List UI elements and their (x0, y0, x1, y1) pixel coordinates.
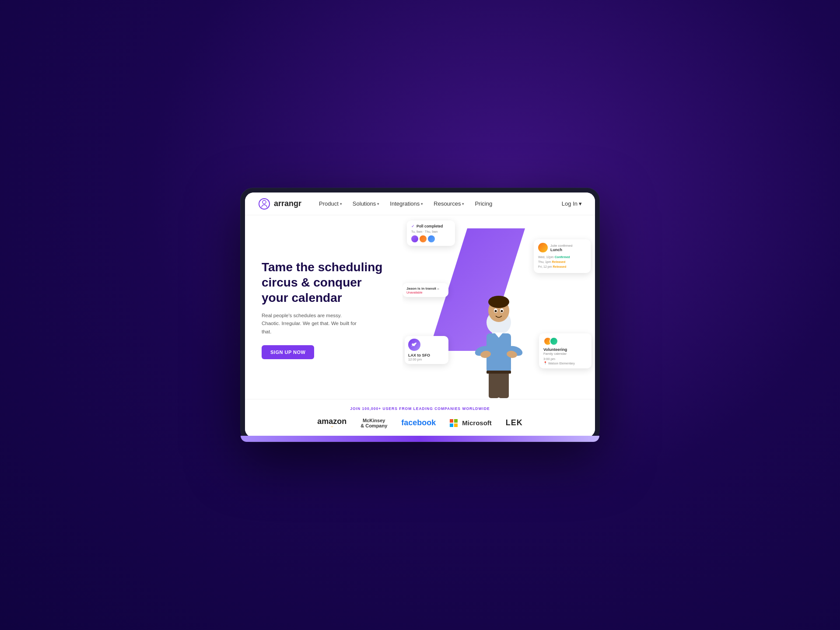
tablet-screen: arrangr Product ▾ Solutions ▾ Integratio… (245, 192, 595, 438)
chevron-down-icon: ▾ (421, 202, 423, 206)
svg-rect-14 (489, 372, 499, 398)
chevron-down-icon: ▾ (579, 200, 582, 207)
nav-links: Product ▾ Solutions ▾ Integrations ▾ Res… (319, 200, 562, 207)
svg-point-1 (262, 200, 266, 204)
social-proof-text: JOIN 100,000+ USERS FROM LEADING COMPANI… (258, 406, 582, 411)
hero-title: Tame the scheduling circus & conquer you… (262, 259, 389, 305)
vol-title: Volunteering (543, 347, 587, 352)
svg-point-7 (495, 310, 497, 312)
avatar (428, 235, 435, 242)
tablet-frame: arrangr Product ▾ Solutions ▾ Integratio… (241, 188, 599, 442)
flight-time: 12:00 pm (408, 357, 445, 361)
svg-rect-15 (498, 372, 509, 398)
avatar (550, 337, 558, 346)
microsoft-grid-icon (450, 419, 458, 427)
julie-avatar (538, 243, 548, 252)
svg-point-8 (501, 310, 503, 312)
facebook-logo: facebook (401, 418, 436, 427)
nav-pricing[interactable]: Pricing (475, 200, 492, 207)
social-proof-section: JOIN 100,000+ USERS FROM LEADING COMPANI… (245, 399, 595, 438)
location-pin-icon: 📍 (543, 361, 547, 365)
navbar: arrangr Product ▾ Solutions ▾ Integratio… (245, 192, 595, 215)
microsoft-logo: Microsoft (450, 419, 492, 427)
amazon-logo: amazon ⌣ (317, 417, 346, 429)
logo-icon (258, 198, 270, 210)
svg-rect-16 (486, 371, 511, 374)
logo-area[interactable]: arrangr (258, 198, 301, 210)
nav-product[interactable]: Product ▾ (319, 200, 342, 207)
tablet-bottom-accent (245, 436, 595, 438)
login-button[interactable]: Log In ▾ (562, 200, 582, 207)
flight-route: LAX to SFO (408, 353, 445, 357)
mckinsey-logo: McKinsey& Company (360, 418, 387, 428)
flight-card: LAX to SFO 12:00 pm (405, 336, 448, 364)
hero-section: Tame the scheduling circus & conquer you… (245, 215, 595, 399)
julie-event: Lunch (550, 248, 572, 252)
poll-title: Poll completed (416, 224, 443, 228)
vol-subtitle: Family calendar (543, 352, 587, 356)
company-logos-row: amazon ⌣ McKinsey& Company facebook Micr… (258, 417, 582, 429)
hero-left: Tame the scheduling circus & conquer you… (245, 215, 402, 399)
check-icon: ✓ (411, 224, 415, 228)
avatar (411, 235, 418, 242)
volunteering-card: Volunteering Family calendar 3:00 pm 📍 W… (539, 333, 592, 368)
hero-right: ✓ Poll completed Tu, 9am · Thu, 9am Jaso… (402, 215, 595, 399)
signup-button[interactable]: SIGN UP NOW (262, 345, 314, 359)
vol-avatars (543, 337, 558, 346)
julie-card: Julie confirmed Lunch Wed, 12pm Confirme… (534, 239, 591, 273)
transit-text: Jason is in transit – (406, 286, 444, 291)
svg-point-4 (488, 296, 509, 308)
avatar (420, 235, 427, 242)
poll-times: Tu, 9am · Thu, 9am (411, 230, 451, 233)
chevron-down-icon: ▾ (377, 202, 379, 206)
transit-card: Jason is in transit – Unavailable (402, 283, 448, 297)
nav-integrations[interactable]: Integrations ▾ (390, 200, 423, 207)
poll-avatars (411, 235, 451, 242)
hero-subtitle: Real people's schedules are messy. Chaot… (262, 312, 358, 336)
julie-details: Wed, 12pm Confirmed Thu, 1pm Released Fr… (538, 255, 586, 270)
vol-location: 📍 Watson Elementary (543, 361, 587, 365)
vol-time: 3:00 pm (543, 357, 587, 361)
page-background: arrangr Product ▾ Solutions ▾ Integratio… (0, 0, 840, 630)
flight-icon (408, 339, 420, 351)
julie-confirm: Julie confirmed (550, 244, 572, 248)
nav-right: Log In ▾ (562, 200, 582, 207)
lek-logo: LEK (506, 418, 523, 427)
chevron-down-icon: ▾ (340, 202, 342, 206)
poll-card: ✓ Poll completed Tu, 9am · Thu, 9am (407, 220, 455, 246)
nav-resources[interactable]: Resources ▾ (434, 200, 464, 207)
hero-person (462, 281, 536, 399)
logo-text: arrangr (274, 199, 301, 208)
chevron-down-icon: ▾ (462, 202, 464, 206)
nav-solutions[interactable]: Solutions ▾ (353, 200, 379, 207)
transit-sub: Unavailable (406, 291, 444, 294)
